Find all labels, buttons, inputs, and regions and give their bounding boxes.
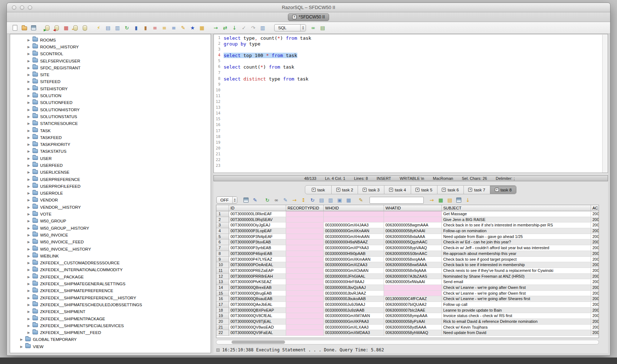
tree-item[interactable]: ▶ZKFEDEX__INTERNATIONALCOMMODITY <box>10 266 211 273</box>
cell-whoid[interactable]: 0033000000GmXM7AAN <box>324 313 384 319</box>
cell-whatid[interactable]: 00630000005S0bnAAC <box>384 251 442 257</box>
table-row[interactable]: 900T3000000P47LYEAZ0033000000GmXKmAAN006… <box>216 257 599 263</box>
cell-id[interactable]: 00T3000000Q8sauEAB <box>229 296 286 302</box>
code-line[interactable]: select distinct type from task <box>224 76 608 82</box>
cell-activitydate[interactable]: 200 <box>591 296 599 302</box>
code-line[interactable] <box>224 157 608 163</box>
row-limit-select[interactable]: OFF ▲▼ <box>216 196 237 204</box>
code-line[interactable] <box>224 152 608 157</box>
table-row[interactable]: 500T3000000P3N4pEAF0033000000GmXHnAAN006… <box>216 234 599 240</box>
cell-activitydate[interactable]: 200 <box>591 319 599 325</box>
results-table[interactable]: IDRECORDTYPEIDWHOIDWHATIDSUBJECTAC100T30… <box>216 205 599 338</box>
disclosure-triangle-icon[interactable]: ▶ <box>27 136 31 139</box>
disclosure-triangle-icon[interactable]: ▶ <box>27 129 31 133</box>
column-header-recordtypeid[interactable]: RECORDTYPEID <box>286 205 324 211</box>
disclosure-triangle-icon[interactable]: ▶ <box>27 143 31 146</box>
fetch-icon[interactable]: ↓ <box>231 24 238 31</box>
code-line[interactable] <box>224 105 608 111</box>
code-line[interactable] <box>224 111 608 117</box>
close-tab-icon[interactable]: × <box>363 188 367 192</box>
disclosure-triangle-icon[interactable]: ▶ <box>27 178 31 181</box>
close-tab-icon[interactable]: × <box>312 188 316 192</box>
disclosure-triangle-icon[interactable]: ▶ <box>27 205 31 209</box>
disclosure-triangle-icon[interactable]: ▶ <box>20 338 24 341</box>
disclosure-triangle-icon[interactable]: ▶ <box>27 198 31 202</box>
cell-whatid[interactable] <box>384 291 442 296</box>
table-row[interactable]: 2200T3000000QV9FaEAL0033000000GmXMDAA300… <box>216 330 599 336</box>
cell-id[interactable]: 00T3000000P46qnEAB <box>229 251 286 257</box>
cell-id[interactable]: 00T3000000L0RknEAF <box>229 211 286 217</box>
table-row[interactable]: 1500T3000000Q8rugEAB0033000000JbvRJAAZCh… <box>216 291 599 296</box>
cell-id[interactable]: 00T3000000PRR8rEAH <box>229 274 286 280</box>
validate-icon[interactable]: ✓ <box>240 24 247 31</box>
new-file-icon[interactable] <box>11 24 18 31</box>
cell-whatid[interactable]: 006300000058ypVAAQ <box>384 245 442 251</box>
disclosure-triangle-icon[interactable]: ▶ <box>27 247 31 251</box>
cell-recordtypeid[interactable] <box>286 262 324 268</box>
cell-recordtypeid[interactable] <box>286 279 324 285</box>
cell-recordtypeid[interactable] <box>286 251 324 257</box>
code-line[interactable] <box>224 47 608 53</box>
new-db-icon[interactable]: * <box>72 24 79 31</box>
table-copy-icon[interactable]: ▦ <box>345 196 352 204</box>
cell-id[interactable]: 00T3000000Q8rugEAB <box>229 291 286 296</box>
tree-item[interactable]: ▶TASKFEED <box>10 134 211 141</box>
cell-whoid[interactable]: 0033000000GmXLXAA3 <box>324 325 384 330</box>
disclosure-triangle-icon[interactable]: ▶ <box>27 52 31 56</box>
table-horizontal-scrollbar[interactable] <box>216 340 599 344</box>
table-row[interactable]: 2100T3000000QV8wsEAD0033000000GmXLXAA300… <box>216 325 599 330</box>
search-input[interactable] <box>370 197 424 204</box>
code-line[interactable] <box>224 99 608 105</box>
cell-id[interactable]: 00T3000000P47LYEAZ <box>229 257 286 263</box>
cell-recordtypeid[interactable] <box>286 239 324 245</box>
disclosure-triangle-icon[interactable]: ▶ <box>27 80 31 83</box>
document-tab[interactable]: × *SFDCW50 II <box>288 13 329 21</box>
cell-recordtypeid[interactable] <box>286 228 324 234</box>
cell-whatid[interactable]: 006300000058x9qAAA <box>384 268 442 274</box>
disclosure-triangle-icon[interactable]: ▶ <box>27 317 31 321</box>
favorites-icon[interactable]: ★ <box>189 24 196 31</box>
cell-whoid[interactable]: 0033000000GmXMDAA3 <box>324 330 384 336</box>
scrollbar-thumb[interactable] <box>232 341 285 344</box>
cell-id[interactable]: 00T3000000P3N4pEAF <box>229 234 286 240</box>
result-tab-task[interactable]: ×task <box>305 186 331 194</box>
cell-recordtypeid[interactable] <box>286 234 324 240</box>
cell-id[interactable]: 00T3000000PfvKSEAZ <box>229 279 286 285</box>
tree-item[interactable]: ▶STATICRESOURCE <box>10 120 211 127</box>
cell-recordtypeid[interactable] <box>286 325 324 330</box>
cell-whoid[interactable]: 0033000000H9i0pAAB <box>324 251 384 257</box>
view-results-icon[interactable]: ∞ <box>310 24 317 31</box>
cell-whatid[interactable] <box>384 285 442 291</box>
cell-recordtypeid[interactable] <box>286 257 324 263</box>
cell-activitydate[interactable]: 200 <box>591 268 599 274</box>
table-row[interactable]: 700T3000000P3yrbEAB0033000000GmXPYAA3006… <box>216 245 599 251</box>
run-script-icon[interactable]: ⚡ <box>95 24 102 31</box>
zoom-window-icon[interactable] <box>28 5 32 10</box>
cell-subject[interactable]: Check-in w/ Jeff - couldn't afford last … <box>442 245 591 251</box>
align-icon[interactable]: ≡ <box>170 24 177 31</box>
cell-subject[interactable]: Check nexis to see if they've found a re… <box>442 268 591 274</box>
tree-item[interactable]: ▶SITEHISTORY <box>10 85 211 92</box>
cell-whoid[interactable]: 0033000000GmXHnAAN <box>324 234 384 240</box>
cell-whatid[interactable] <box>384 211 442 217</box>
cell-subject[interactable]: Re-approach about membership this year <box>442 251 591 257</box>
disclosure-triangle-icon[interactable]: ▶ <box>27 185 31 188</box>
disclosure-triangle-icon[interactable]: ▶ <box>27 101 31 104</box>
disclosure-triangle-icon[interactable]: ▶ <box>27 59 31 63</box>
disclosure-triangle-icon[interactable]: ▶ <box>27 233 31 237</box>
highlight-icon[interactable]: ✎ <box>357 196 364 204</box>
save-grid-icon[interactable] <box>455 196 462 204</box>
cell-id[interactable]: 00T3000000QBXPeEAP <box>229 308 286 313</box>
connect-db-icon[interactable]: ▶ <box>44 24 51 31</box>
code-line[interactable] <box>224 70 608 76</box>
close-tab-icon[interactable]: × <box>389 188 393 192</box>
cell-id[interactable]: 00T3000000P3tuvEAB <box>229 239 286 245</box>
result-tab-task-6[interactable]: ×task 6 <box>437 186 463 194</box>
sql-code-area[interactable]: select type, count(*) from taskgroup by … <box>222 35 608 173</box>
cell-subject[interactable]: Check back to see if good target prospec… <box>442 257 591 263</box>
limit-stepper-icon[interactable]: ▲▼ <box>232 197 237 203</box>
refresh-results-icon[interactable]: ↻ <box>264 196 271 204</box>
cell-whatid[interactable]: 00630000007bIQUAA2 <box>384 302 442 308</box>
code-line[interactable]: group by type <box>224 41 608 47</box>
database-object-tree[interactable]: ▶ROOMS▶ROOMS__HISTORY▶SCONTROL▶SELFSERVI… <box>10 34 211 353</box>
